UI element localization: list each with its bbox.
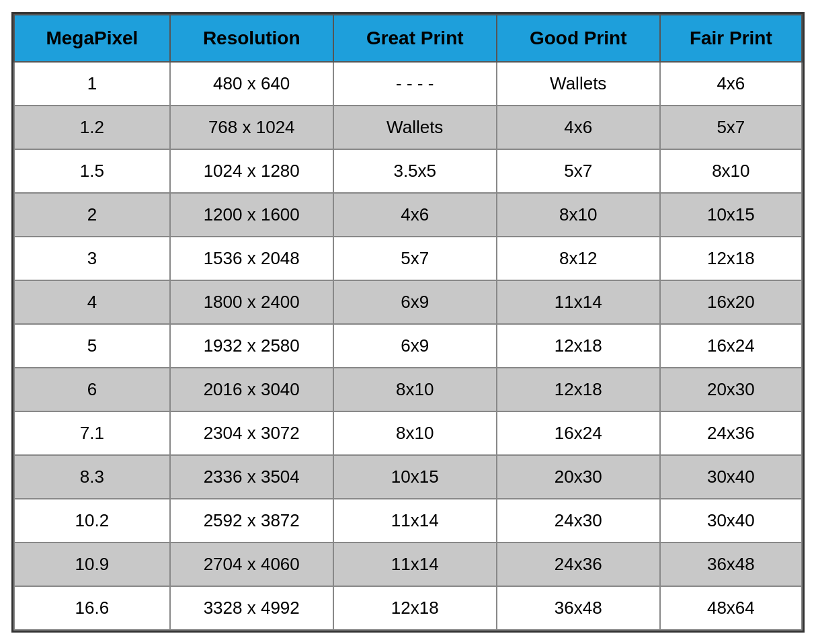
table-row: 41800 x 24006x911x1416x20 bbox=[14, 280, 802, 324]
cell-great-print: Wallets bbox=[333, 106, 497, 149]
cell-great-print: - - - - bbox=[333, 62, 497, 106]
table-row: 62016 x 30408x1012x1820x30 bbox=[14, 368, 802, 411]
cell-resolution: 2704 x 4060 bbox=[170, 542, 333, 586]
table-row: 1.2768 x 1024Wallets4x65x7 bbox=[14, 106, 802, 149]
col-header-fair-print: Fair Print bbox=[660, 15, 802, 62]
cell-resolution: 768 x 1024 bbox=[170, 106, 333, 149]
cell-fair-print: 16x24 bbox=[660, 324, 802, 368]
cell-great-print: 5x7 bbox=[333, 237, 497, 280]
table-row: 7.12304 x 30728x1016x2424x36 bbox=[14, 411, 802, 455]
print-quality-table: MegaPixel Resolution Great Print Good Pr… bbox=[13, 14, 803, 631]
cell-great-print: 6x9 bbox=[333, 324, 497, 368]
cell-great-print: 8x10 bbox=[333, 368, 497, 411]
cell-megapixel: 3 bbox=[14, 237, 170, 280]
cell-good-print: 8x12 bbox=[497, 237, 660, 280]
table-header-row: MegaPixel Resolution Great Print Good Pr… bbox=[14, 15, 802, 62]
cell-great-print: 3.5x5 bbox=[333, 149, 497, 193]
cell-good-print: 11x14 bbox=[497, 280, 660, 324]
cell-good-print: Wallets bbox=[497, 62, 660, 106]
cell-fair-print: 20x30 bbox=[660, 368, 802, 411]
cell-megapixel: 6 bbox=[14, 368, 170, 411]
table-row: 51932 x 25806x912x1816x24 bbox=[14, 324, 802, 368]
cell-fair-print: 8x10 bbox=[660, 149, 802, 193]
cell-resolution: 2016 x 3040 bbox=[170, 368, 333, 411]
cell-megapixel: 8.3 bbox=[14, 455, 170, 499]
cell-fair-print: 24x36 bbox=[660, 411, 802, 455]
cell-megapixel: 7.1 bbox=[14, 411, 170, 455]
cell-fair-print: 16x20 bbox=[660, 280, 802, 324]
cell-resolution: 1536 x 2048 bbox=[170, 237, 333, 280]
cell-good-print: 24x36 bbox=[497, 542, 660, 586]
cell-good-print: 24x30 bbox=[497, 499, 660, 542]
cell-megapixel: 1.2 bbox=[14, 106, 170, 149]
cell-fair-print: 10x15 bbox=[660, 193, 802, 237]
cell-good-print: 8x10 bbox=[497, 193, 660, 237]
cell-good-print: 20x30 bbox=[497, 455, 660, 499]
cell-resolution: 1200 x 1600 bbox=[170, 193, 333, 237]
table-row: 8.32336 x 350410x1520x3030x40 bbox=[14, 455, 802, 499]
cell-resolution: 480 x 640 bbox=[170, 62, 333, 106]
cell-fair-print: 36x48 bbox=[660, 542, 802, 586]
cell-fair-print: 12x18 bbox=[660, 237, 802, 280]
table-row: 21200 x 16004x68x1010x15 bbox=[14, 193, 802, 237]
cell-megapixel: 10.2 bbox=[14, 499, 170, 542]
table-row: 1.51024 x 12803.5x55x78x10 bbox=[14, 149, 802, 193]
cell-good-print: 4x6 bbox=[497, 106, 660, 149]
cell-fair-print: 30x40 bbox=[660, 499, 802, 542]
table-row: 10.92704 x 406011x1424x3636x48 bbox=[14, 542, 802, 586]
cell-megapixel: 2 bbox=[14, 193, 170, 237]
col-header-megapixel: MegaPixel bbox=[14, 15, 170, 62]
cell-resolution: 2592 x 3872 bbox=[170, 499, 333, 542]
cell-fair-print: 48x64 bbox=[660, 586, 802, 630]
cell-resolution: 1800 x 2400 bbox=[170, 280, 333, 324]
cell-resolution: 3328 x 4992 bbox=[170, 586, 333, 630]
cell-fair-print: 4x6 bbox=[660, 62, 802, 106]
cell-megapixel: 4 bbox=[14, 280, 170, 324]
cell-good-print: 5x7 bbox=[497, 149, 660, 193]
cell-resolution: 2336 x 3504 bbox=[170, 455, 333, 499]
main-table-container: MegaPixel Resolution Great Print Good Pr… bbox=[11, 12, 805, 633]
cell-good-print: 16x24 bbox=[497, 411, 660, 455]
cell-resolution: 1024 x 1280 bbox=[170, 149, 333, 193]
table-row: 31536 x 20485x78x1212x18 bbox=[14, 237, 802, 280]
col-header-resolution: Resolution bbox=[170, 15, 333, 62]
cell-megapixel: 10.9 bbox=[14, 542, 170, 586]
col-header-great-print: Great Print bbox=[333, 15, 497, 62]
cell-megapixel: 1.5 bbox=[14, 149, 170, 193]
cell-megapixel: 16.6 bbox=[14, 586, 170, 630]
cell-great-print: 10x15 bbox=[333, 455, 497, 499]
cell-resolution: 1932 x 2580 bbox=[170, 324, 333, 368]
table-row: 1480 x 640- - - -Wallets4x6 bbox=[14, 62, 802, 106]
cell-fair-print: 30x40 bbox=[660, 455, 802, 499]
cell-megapixel: 1 bbox=[14, 62, 170, 106]
cell-good-print: 12x18 bbox=[497, 368, 660, 411]
col-header-good-print: Good Print bbox=[497, 15, 660, 62]
table-row: 16.63328 x 499212x1836x4848x64 bbox=[14, 586, 802, 630]
cell-fair-print: 5x7 bbox=[660, 106, 802, 149]
cell-great-print: 11x14 bbox=[333, 499, 497, 542]
cell-good-print: 36x48 bbox=[497, 586, 660, 630]
cell-great-print: 11x14 bbox=[333, 542, 497, 586]
cell-resolution: 2304 x 3072 bbox=[170, 411, 333, 455]
cell-great-print: 4x6 bbox=[333, 193, 497, 237]
cell-megapixel: 5 bbox=[14, 324, 170, 368]
table-row: 10.22592 x 387211x1424x3030x40 bbox=[14, 499, 802, 542]
cell-good-print: 12x18 bbox=[497, 324, 660, 368]
cell-great-print: 6x9 bbox=[333, 280, 497, 324]
cell-great-print: 8x10 bbox=[333, 411, 497, 455]
cell-great-print: 12x18 bbox=[333, 586, 497, 630]
